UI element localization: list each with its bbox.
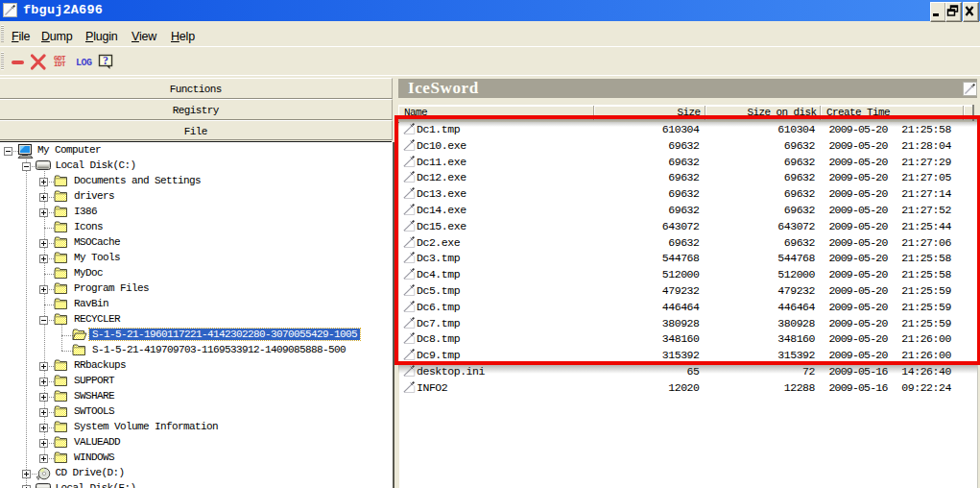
svg-text:?: ? [103, 54, 108, 67]
